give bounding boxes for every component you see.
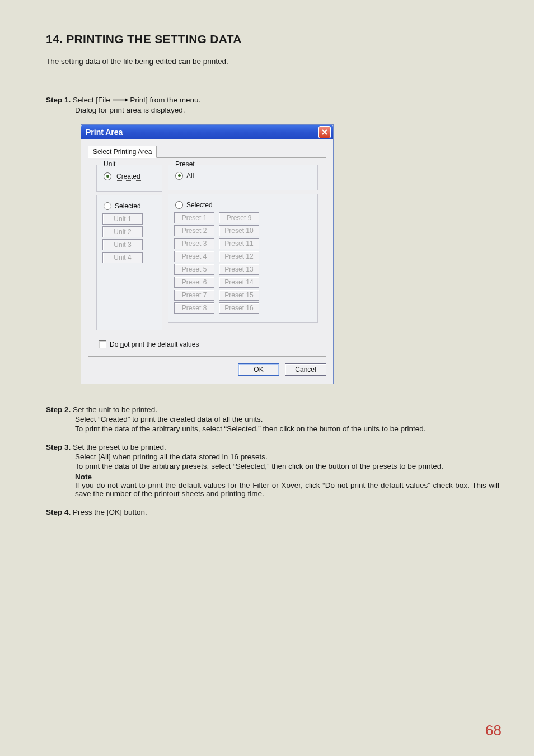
step-2-text-2: Select “Created” to print the created da… (75, 415, 499, 423)
intro-text: The setting data of the file being edite… (46, 57, 499, 66)
svg-marker-1 (125, 98, 128, 102)
radio-unit-selected-label: Selected (115, 202, 141, 210)
preset-button[interactable]: Preset 8 (174, 302, 214, 314)
radio-icon (175, 201, 183, 209)
preset-button[interactable]: Preset 6 (174, 277, 214, 288)
preset-button[interactable]: Preset 14 (219, 277, 259, 288)
note-text: If you do not want to print the default … (75, 481, 499, 498)
unit-groupbox: Unit Created (96, 165, 162, 192)
close-icon (321, 129, 328, 136)
preset-button[interactable]: Preset 12 (219, 251, 259, 262)
step-1-text-suffix: Print] from the menu. (128, 96, 201, 104)
preset-button[interactable]: Preset 5 (174, 264, 214, 275)
step-3-text-2: Select [All] when printing all the data … (75, 452, 499, 461)
page-number: 68 (485, 722, 502, 739)
step-1-text-prefix: Select [File (73, 96, 113, 104)
preset-legend: Preset (173, 160, 197, 168)
preset-button[interactable]: Preset 16 (219, 302, 259, 314)
step-2-text-1: Set the unit to be printed. (73, 405, 157, 414)
unit-button[interactable]: Unit 1 (102, 213, 143, 225)
step-1-line-2: Dialog for print area is displayed. (75, 106, 499, 114)
cancel-button[interactable]: Cancel (285, 363, 326, 376)
checkbox-row[interactable]: Do not print the default values (99, 340, 318, 348)
radio-preset-all[interactable]: All (175, 172, 312, 180)
preset-button[interactable]: Preset 15 (219, 290, 259, 301)
radio-preset-all-label: All (186, 172, 194, 180)
radio-unit-created-label: Created (116, 172, 140, 180)
note-label: Note (75, 473, 499, 481)
unit-button[interactable]: Unit 3 (102, 239, 143, 250)
step-1-line-1: Step 1. Select [File Print] from the men… (46, 96, 499, 105)
step-4-label: Step 4. (46, 508, 71, 516)
preset-button[interactable]: Preset 2 (174, 225, 214, 236)
step-3-label: Step 3. (46, 443, 71, 451)
step-4-text-1: Press the [OK] button. (73, 508, 147, 516)
preset-button[interactable]: Preset 11 (219, 238, 259, 249)
preset-button[interactable]: Preset 1 (174, 212, 214, 223)
radio-preset-selected-label: Selected (186, 201, 213, 209)
unit-button[interactable]: Unit 2 (102, 226, 143, 237)
unit-selected-groupbox: Selected Unit 1 Unit 2 Unit 3 Unit 4 (96, 195, 162, 330)
checkbox-label: Do not print the default values (110, 340, 199, 348)
radio-icon (175, 172, 183, 180)
dialog-titlebar: Print Area (81, 125, 333, 139)
radio-preset-selected[interactable]: Selected (175, 201, 312, 209)
radio-unit-selected[interactable]: Selected (104, 202, 156, 210)
tab-panel: Unit Created Selected (88, 157, 326, 357)
preset-button[interactable]: Preset 13 (219, 264, 259, 275)
tab-select-printing-area[interactable]: Select Printing Area (88, 146, 157, 158)
dialog-title: Print Area (86, 128, 123, 137)
radio-icon (104, 202, 111, 210)
close-button[interactable] (318, 126, 331, 138)
preset-button[interactable]: Preset 3 (174, 238, 214, 249)
preset-button[interactable]: Preset 9 (219, 212, 259, 223)
step-2-line-1: Step 2. Set the unit to be printed. (46, 405, 499, 414)
radio-unit-created[interactable]: Created (104, 172, 156, 181)
step-3-text-3: To print the data of the arbitrary prese… (75, 462, 499, 470)
preset-button[interactable]: Preset 10 (219, 225, 259, 236)
arrow-icon (113, 96, 128, 104)
unit-legend: Unit (101, 160, 118, 168)
preset-selected-groupbox: Selected Preset 1 Preset 2 Preset 3 Pres… (168, 194, 318, 323)
print-area-dialog: Print Area Select Printing Area Unit (81, 124, 334, 384)
step-1-label: Step 1. (46, 96, 71, 104)
step-4-line-1: Step 4. Press the [OK] button. (46, 508, 499, 516)
unit-button[interactable]: Unit 4 (102, 252, 143, 263)
step-2-label: Step 2. (46, 405, 71, 414)
ok-button[interactable]: OK (238, 363, 279, 376)
preset-button[interactable]: Preset 7 (174, 290, 214, 301)
checkbox-icon (99, 340, 106, 348)
step-3-text-1: Set the preset to be printed. (73, 443, 166, 451)
step-2-text-3: To print the data of the arbitrary units… (75, 424, 499, 433)
step-3-line-1: Step 3. Set the preset to be printed. (46, 443, 499, 451)
preset-button[interactable]: Preset 4 (174, 251, 214, 262)
page-heading: 14. PRINTING THE SETTING DATA (46, 32, 499, 46)
radio-icon (104, 172, 111, 180)
preset-groupbox: Preset All (168, 165, 318, 190)
